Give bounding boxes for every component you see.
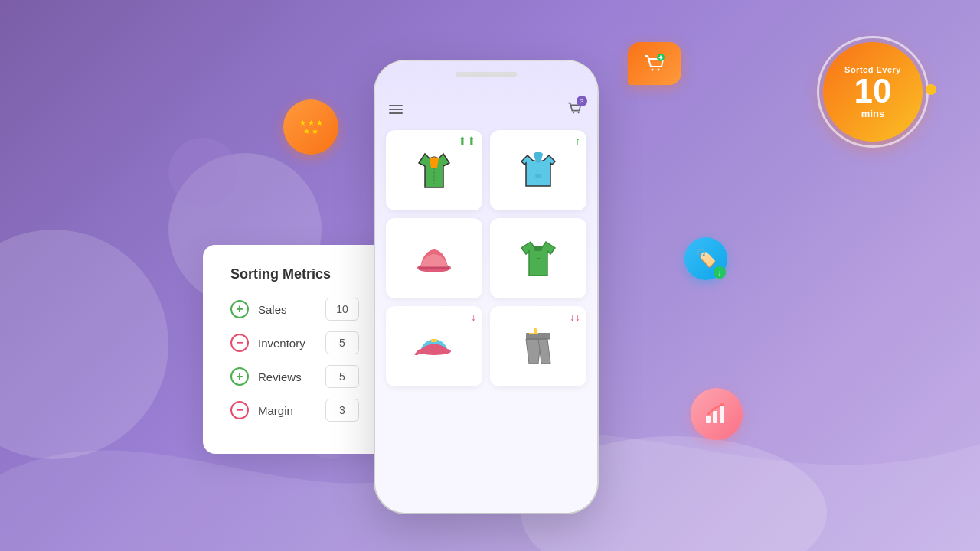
chart-badge [691, 388, 743, 440]
product-cell-vest[interactable]: ⬆⬆ [386, 130, 482, 210]
metric-label-margin: Margin [258, 404, 316, 417]
metric-label-reviews: Reviews [258, 370, 316, 383]
metric-icon-reviews: + [230, 367, 249, 386]
phone-mockup: 3 ⬆⬆ ↑ [375, 61, 597, 513]
metrics-card-title: Sorting Metrics [230, 266, 359, 282]
metric-label-sales: Sales [258, 303, 316, 316]
product-rank-vest: ⬆⬆ [458, 135, 476, 147]
phone-screen: 3 ⬆⬆ ↑ [375, 61, 597, 513]
product-cell-tshirt[interactable] [490, 218, 586, 298]
metric-label-inventory: Inventory [258, 337, 316, 350]
metric-value-reviews[interactable]: 5 [325, 365, 359, 388]
svg-rect-7 [720, 406, 724, 423]
hoodie-icon [514, 146, 563, 195]
pants-icon [514, 322, 563, 371]
product-cell-hat-pink[interactable] [386, 218, 482, 298]
svg-point-9 [573, 112, 574, 114]
metric-icon-margin: − [230, 401, 249, 419]
star-1: ★ [299, 119, 306, 127]
product-cell-cap[interactable]: ↓ [386, 306, 482, 386]
metric-row-sales: + Sales 10 [230, 298, 359, 321]
hat-pink-icon [410, 234, 459, 283]
stars-row-top: ★ ★ ★ [299, 119, 323, 127]
cart-bubble-icon [642, 51, 667, 76]
metric-row-reviews: + Reviews 5 [230, 365, 359, 388]
hamburger-line-1 [389, 105, 403, 106]
svg-point-0 [652, 69, 654, 71]
product-rank-cap: ↓ [471, 311, 476, 323]
svg-rect-17 [431, 339, 437, 342]
price-tag-icon: 🏷️ [696, 249, 717, 269]
svg-rect-5 [706, 416, 710, 423]
metric-icon-sales: + [230, 300, 249, 318]
price-tag-badge: 🏷️ ↓ [684, 237, 727, 280]
hamburger-icon[interactable] [389, 105, 403, 114]
svg-point-1 [658, 69, 660, 71]
hamburger-line-2 [389, 109, 403, 110]
product-cell-hoodie[interactable]: ↑ [490, 130, 586, 210]
tshirt-icon [514, 234, 563, 283]
svg-rect-22 [534, 328, 537, 334]
svg-point-10 [578, 112, 580, 114]
metric-icon-inventory: − [230, 334, 249, 352]
phone-header: 3 [386, 99, 586, 119]
phone-cart-wrapper[interactable]: 3 [567, 99, 583, 119]
product-grid: ⬆⬆ ↑ [386, 130, 586, 386]
cap-icon [410, 322, 459, 371]
hamburger-line-3 [389, 112, 403, 114]
price-tag-arrow-down: ↓ [714, 266, 726, 279]
stars-badge: ★ ★ ★ ★ ★ [283, 99, 338, 155]
vest-icon [410, 146, 459, 195]
metric-value-inventory[interactable]: 5 [325, 331, 359, 354]
svg-rect-6 [713, 411, 717, 423]
deco-circle-purple-1 [168, 138, 237, 207]
sorted-badge: Sorted Every 10 mins [823, 42, 930, 149]
star-2: ★ [308, 119, 315, 127]
metric-value-margin[interactable]: 3 [325, 399, 359, 422]
metric-row-inventory: − Inventory 5 [230, 331, 359, 354]
sorted-dot [926, 84, 936, 95]
metric-row-margin: − Margin 3 [230, 399, 359, 422]
star-4: ★ [303, 127, 310, 135]
phone-notch [456, 72, 517, 77]
product-rank-pants: ↓↓ [570, 311, 580, 323]
metric-value-sales[interactable]: 10 [325, 298, 359, 321]
phone-cart-badge: 3 [577, 96, 587, 106]
cart-bubble[interactable] [628, 42, 681, 85]
product-cell-pants[interactable]: ↓↓ [490, 306, 586, 386]
svg-point-16 [417, 347, 451, 355]
sorted-badge-ring [817, 36, 929, 148]
star-3: ★ [316, 119, 323, 127]
star-5: ★ [312, 127, 318, 135]
chart-icon [703, 400, 730, 428]
svg-rect-12 [535, 174, 541, 178]
stars-row-bottom: ★ ★ [303, 127, 318, 135]
metrics-card: Sorting Metrics + Sales 10 − Inventory 5… [203, 245, 387, 454]
sorted-badge-circle: Sorted Every 10 mins [823, 42, 923, 142]
svg-point-8 [720, 403, 724, 406]
product-rank-hoodie: ↑ [575, 135, 580, 147]
